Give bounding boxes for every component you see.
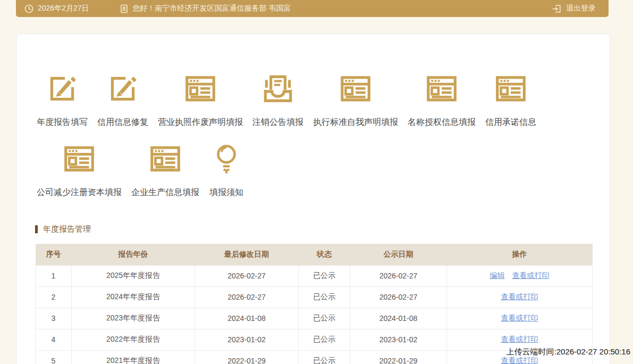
cell-actions: 编辑查看或打印 bbox=[447, 265, 593, 286]
cell-status: 已公示 bbox=[299, 265, 350, 286]
table-row: 12025年年度报告2026-02-27已公示2026-02-27编辑查看或打印 bbox=[36, 265, 593, 286]
form-icon bbox=[148, 141, 183, 176]
inbox-icon bbox=[260, 71, 296, 106]
cell-published: 2022-01-29 bbox=[350, 350, 447, 364]
column-header: 最后修改日期 bbox=[195, 244, 299, 265]
menu-item-label: 信用承诺信息 bbox=[485, 117, 536, 128]
view-or-print-link[interactable]: 查看或打印 bbox=[512, 271, 550, 280]
current-date: 2026年2月27日 bbox=[38, 4, 89, 13]
cell-modified: 2023-01-02 bbox=[195, 329, 299, 350]
form-icon bbox=[62, 141, 97, 176]
menu-item-label: 名称授权信息填报 bbox=[408, 117, 476, 128]
edit-link[interactable]: 编辑 bbox=[490, 271, 505, 280]
cell-actions: 查看或打印 bbox=[447, 286, 593, 308]
cell-index: 3 bbox=[36, 308, 72, 329]
logout-button[interactable]: 退出登录 bbox=[552, 4, 596, 14]
table-row: 32023年年度报告2024-01-08已公示2024-01-08查看或打印 bbox=[36, 308, 593, 329]
table-row: 22024年年度报告2026-02-27已公示2026-02-27查看或打印 bbox=[36, 286, 593, 308]
bulb-icon bbox=[209, 141, 244, 176]
cell-modified: 2022-01-29 bbox=[195, 350, 299, 364]
menu-item-standard-self-declaration-fill[interactable]: 执行标准自我声明填报 bbox=[313, 71, 398, 128]
menu-item-credit-info-repair[interactable]: 信用信息修复 bbox=[97, 71, 148, 128]
clock-icon bbox=[24, 4, 34, 14]
cell-published: 2024-01-08 bbox=[350, 308, 447, 329]
cell-published: 2026-02-27 bbox=[350, 286, 447, 308]
user-greeting-group: 您好！南宁市经济开发区国富通信服务部 韦国富 bbox=[119, 4, 291, 14]
column-header: 公示日期 bbox=[350, 244, 447, 265]
cell-modified: 2026-02-27 bbox=[195, 265, 299, 286]
menu-row-1: 年度报告填写信用信息修复营业执照作废声明填报注销公告填报执行标准自我声明填报名称… bbox=[37, 71, 536, 128]
current-date-group: 2026年2月27日 bbox=[24, 4, 89, 14]
main-panel: 年度报告填写信用信息修复营业执照作废声明填报注销公告填报执行标准自我声明填报名称… bbox=[16, 33, 610, 364]
menu-item-label: 执行标准自我声明填报 bbox=[313, 117, 398, 128]
menu-item-capital-reduction-fill[interactable]: 公司减少注册资本填报 bbox=[37, 141, 122, 198]
menu-item-label: 填报须知 bbox=[209, 187, 243, 198]
cell-published: 2023-01-02 bbox=[350, 329, 447, 350]
column-header: 状态 bbox=[299, 244, 350, 265]
menu-item-annual-report-fill[interactable]: 年度报告填写 bbox=[37, 71, 88, 128]
menu-item-label: 信用信息修复 bbox=[97, 117, 148, 128]
view-or-print-link[interactable]: 查看或打印 bbox=[501, 335, 538, 343]
user-badge-icon bbox=[119, 4, 129, 14]
cell-actions: 查看或打印 bbox=[447, 308, 593, 329]
upload-cloud-timestamp: 上传云端时间:2026-02-27 20:50:16 bbox=[507, 347, 630, 357]
section-marker bbox=[35, 225, 38, 233]
menu-item-production-info-fill[interactable]: 企业生产信息填报 bbox=[131, 141, 199, 198]
menu-item-label: 注销公告填报 bbox=[252, 117, 303, 128]
edit-icon bbox=[45, 71, 80, 106]
cell-index: 1 bbox=[36, 265, 72, 286]
menu-item-label: 公司减少注册资本填报 bbox=[37, 187, 122, 198]
cell-index: 2 bbox=[36, 286, 72, 308]
top-bar: 2026年2月27日 您好！南宁市经济开发区国富通信服务部 韦国富 退出登录 bbox=[16, 0, 609, 17]
section-title-text: 年度报告管理 bbox=[43, 224, 91, 234]
menu-item-license-void-declaration-fill[interactable]: 营业执照作废声明填报 bbox=[158, 71, 243, 128]
annual-report-table: 序号报告年份最后修改日期状态公示日期操作 12025年年度报告2026-02-2… bbox=[35, 244, 593, 364]
cell-year: 2023年年度报告 bbox=[72, 308, 195, 329]
menu-item-name-authorization-info-fill[interactable]: 名称授权信息填报 bbox=[408, 71, 476, 128]
logout-label: 退出登录 bbox=[566, 4, 596, 13]
form-icon bbox=[338, 71, 373, 106]
cell-modified: 2024-01-08 bbox=[195, 308, 299, 329]
view-or-print-link[interactable]: 查看或打印 bbox=[501, 314, 538, 322]
column-header: 操作 bbox=[447, 244, 593, 265]
edit-icon bbox=[105, 71, 140, 106]
form-icon bbox=[183, 71, 218, 106]
menu-row-2: 公司减少注册资本填报企业生产信息填报填报须知 bbox=[37, 141, 244, 198]
cell-year: 2024年年度报告 bbox=[72, 286, 195, 308]
view-or-print-link[interactable]: 查看或打印 bbox=[501, 356, 538, 364]
menu-item-credit-commitment-info[interactable]: 信用承诺信息 bbox=[485, 71, 536, 128]
cell-status: 已公示 bbox=[299, 286, 350, 308]
form-icon bbox=[424, 71, 459, 106]
cell-year: 2021年年度报告 bbox=[72, 350, 195, 364]
logout-icon bbox=[552, 4, 562, 14]
view-or-print-link[interactable]: 查看或打印 bbox=[501, 292, 538, 301]
menu-item-cancellation-notice-fill[interactable]: 注销公告填报 bbox=[252, 71, 303, 128]
user-greeting: 您好！南宁市经济开发区国富通信服务部 韦国富 bbox=[133, 4, 291, 13]
cell-status: 已公示 bbox=[299, 308, 350, 329]
form-icon bbox=[493, 71, 528, 106]
cell-status: 已公示 bbox=[299, 329, 350, 350]
menu-item-label: 营业执照作废声明填报 bbox=[158, 117, 243, 128]
cell-published: 2026-02-27 bbox=[350, 265, 447, 286]
column-header: 报告年份 bbox=[72, 244, 195, 265]
cell-year: 2022年年度报告 bbox=[72, 329, 195, 350]
menu-item-filing-instructions[interactable]: 填报须知 bbox=[209, 141, 244, 198]
cell-index: 4 bbox=[36, 329, 72, 350]
annual-report-section-title: 年度报告管理 bbox=[35, 224, 91, 234]
cell-status: 已公示 bbox=[299, 350, 350, 364]
menu-item-label: 企业生产信息填报 bbox=[131, 187, 199, 198]
menu-item-label: 年度报告填写 bbox=[37, 117, 88, 128]
column-header: 序号 bbox=[36, 244, 72, 265]
cell-modified: 2026-02-27 bbox=[195, 286, 299, 308]
cell-year: 2025年年度报告 bbox=[72, 265, 195, 286]
cell-index: 5 bbox=[36, 350, 72, 364]
